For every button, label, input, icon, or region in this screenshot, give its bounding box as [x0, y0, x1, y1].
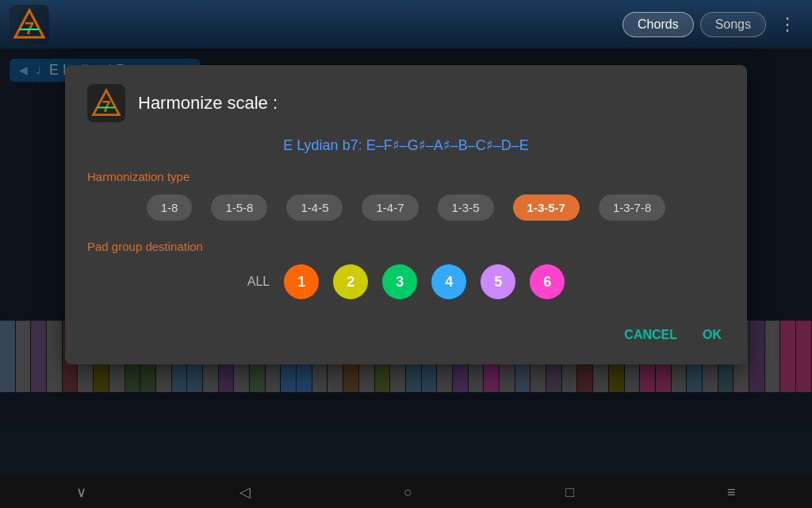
harmonization-type-row: 1-81-5-81-4-51-4-71-3-51-3-5-71-3-7-8 — [87, 194, 725, 221]
harm-option-4[interactable]: 1-3-5 — [438, 194, 494, 221]
harm-option-0[interactable]: 1-8 — [147, 194, 193, 221]
harmonize-dialog: 7 Harmonize scale : E Lydian b7: E–F♯–G♯… — [65, 65, 747, 364]
pad-circle-2[interactable]: 2 — [333, 264, 368, 299]
nav-back[interactable]: ◁ — [239, 483, 251, 501]
pad-circle-1[interactable]: 1 — [284, 264, 319, 299]
chords-button[interactable]: Chords — [622, 12, 694, 37]
dialog-actions: CANCEL OK — [87, 321, 725, 348]
pad-group-label: Pad group destination — [87, 240, 725, 253]
pad-all-label: ALL — [247, 275, 270, 289]
nav-home[interactable]: ○ — [404, 484, 412, 501]
dialog-title: Harmonize scale : — [138, 93, 278, 114]
nav-square[interactable]: □ — [565, 484, 574, 501]
harm-option-6[interactable]: 1-3-7-8 — [599, 194, 665, 221]
pad-circle-5[interactable]: 5 — [481, 264, 515, 299]
more-menu-button[interactable]: ⋮ — [772, 11, 802, 38]
nav-menu[interactable]: ≡ — [727, 484, 736, 501]
dialog-header: 7 Harmonize scale : — [87, 84, 725, 122]
pad-circle-4[interactable]: 4 — [431, 264, 466, 299]
dialog-logo: 7 — [87, 84, 125, 122]
svg-text:7: 7 — [25, 18, 34, 38]
harm-option-1[interactable]: 1-5-8 — [211, 194, 267, 221]
dialog-overlay: 7 Harmonize scale : E Lydian b7: E–F♯–G♯… — [0, 49, 812, 476]
ok-button[interactable]: OK — [699, 321, 725, 348]
top-bar: 7 Chords Songs ⋮ — [0, 0, 812, 49]
harm-option-2[interactable]: 1-4-5 — [286, 194, 343, 221]
songs-button[interactable]: Songs — [700, 12, 766, 37]
scale-display-label: E Lydian b7: E–F♯–G♯–A♯–B–C♯–D–E — [87, 137, 725, 154]
pad-circle-6[interactable]: 6 — [530, 264, 565, 299]
cancel-button[interactable]: CANCEL — [621, 321, 680, 348]
pad-group-row: ALL 123456 — [87, 264, 725, 299]
pad-circle-3[interactable]: 3 — [382, 264, 417, 299]
harm-option-3[interactable]: 1-4-7 — [362, 194, 418, 221]
app-logo: 7 — [10, 5, 49, 44]
nav-chevron[interactable]: ∨ — [76, 483, 86, 501]
top-nav-right: Chords Songs ⋮ — [622, 11, 802, 38]
bottom-nav: ∨ ◁ ○ □ ≡ — [0, 476, 812, 508]
harm-option-5[interactable]: 1-3-5-7 — [513, 194, 580, 221]
harmonization-type-label: Harmonization type — [87, 170, 725, 183]
svg-text:7: 7 — [102, 98, 110, 115]
